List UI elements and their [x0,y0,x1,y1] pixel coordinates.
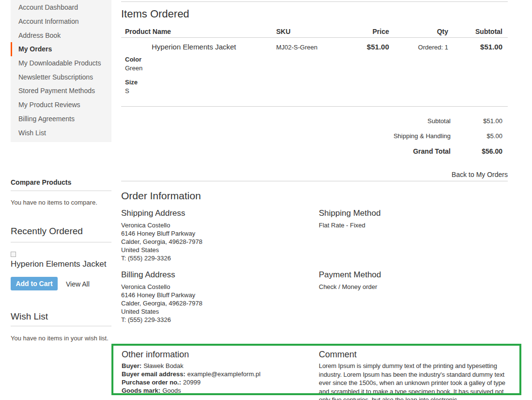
recently-ordered-checkbox[interactable] [11,252,16,257]
field-label: Buyer: [122,362,141,369]
column-header-subtotal: Subtotal [448,28,502,35]
field-purchase-order-no: Purchase order no.:20999 [122,378,261,386]
view-all-link[interactable]: View All [66,280,90,288]
address-line: Veronica Costello [121,283,203,291]
divider [11,191,111,191]
item-sku: MJ02-S-Green [276,43,344,51]
option-value-size: S [125,87,142,95]
compare-products-empty-text: You have no items to compare. [11,199,97,206]
column-header-price: Price [344,28,389,35]
divider [121,181,508,181]
items-ordered-title: Items Ordered [121,8,189,20]
divider [121,106,508,107]
shipping-method-title: Shipping Method [319,208,381,218]
sidebar-item-billing-agreements[interactable]: Billing Agreements [11,112,111,126]
billing-address-title: Billing Address [121,270,175,280]
buyer-email-link[interactable]: example@exampleform.pl [188,370,261,378]
field-label: Purchase order no.: [122,379,181,386]
totals-value: $56.00 [451,148,502,155]
item-qty: Ordered: 1 [389,43,448,51]
recently-ordered-product-link[interactable]: Hyperion Elements Jacket [11,259,106,269]
sidebar-item-account-information[interactable]: Account Information [11,15,111,29]
item-options: Color Green Size S [125,56,142,95]
compare-products-title: Compare Products [11,178,71,186]
shipping-address-block: Veronica Costello 6146 Honey Bluff Parkw… [121,221,203,262]
column-header-sku: SKU [276,28,344,35]
totals-value: $5.00 [451,133,502,140]
shipping-method-value: Flat Rate - Fixed [319,221,365,229]
item-product-name: Hyperion Elements Jacket [152,43,236,51]
order-information-title: Order Information [121,190,201,202]
sidebar-item-wish-list[interactable]: Wish List [11,126,111,140]
field-value: Goods [162,387,181,394]
items-table-header: Product Name SKU Price Qty Subtotal [121,25,508,38]
totals-value: $51.00 [451,118,502,125]
address-line: United States [121,307,203,316]
payment-method-value: Check / Money order [319,283,377,291]
sidebar-item-stored-payment-methods[interactable]: Stored Payment Methods [11,84,111,98]
field-value: Sławek Bodak [143,362,183,369]
totals-label: Shipping & Handling [393,133,451,140]
address-line: Calder, Georgia, 49628-7978 [121,238,203,246]
table-row: Hyperion Elements Jacket MJ02-S-Green $5… [121,43,508,51]
divider [121,1,508,2]
sidebar-item-my-product-reviews[interactable]: My Product Reviews [11,98,111,112]
payment-method-title: Payment Method [319,270,381,280]
other-information-fields: Buyer:Sławek Bodak Buyer email address:e… [122,362,261,395]
address-line: Veronica Costello [121,221,203,229]
item-price: $51.00 [344,43,389,51]
field-label: Goods mark: [122,387,160,394]
divider [11,326,111,326]
field-buyer: Buyer:Sławek Bodak [122,362,261,370]
wish-list-title: Wish List [11,311,48,322]
totals-row-grand-total: Grand Total $56.00 [121,148,502,155]
item-subtotal: $51.00 [448,43,502,51]
address-line: Calder, Georgia, 49628-7978 [121,299,203,307]
comment-text: Lorem Ipsum is simply dummy text of the … [319,362,516,400]
sidebar-item-newsletter-subscriptions[interactable]: Newsletter Subscriptions [11,70,111,84]
add-to-cart-button[interactable]: Add to Cart [11,277,58,290]
sidebar-item-my-orders[interactable]: My Orders [11,42,111,56]
field-label: Buyer email address: [122,370,186,378]
comment-title: Comment [319,350,357,360]
column-header-qty: Qty [389,28,448,35]
totals-label: Grand Total [413,148,451,155]
billing-address-block: Veronica Costello 6146 Honey Bluff Parkw… [121,283,203,324]
other-information-title: Other information [122,350,189,360]
divider [11,242,111,242]
totals-label: Subtotal [427,118,451,125]
address-line: T: (555) 229-3326 [121,316,203,324]
address-line: T: (555) 229-3326 [121,254,203,262]
option-label-color: Color [125,56,142,63]
option-value-color: Green [125,64,142,72]
sidebar-item-address-book[interactable]: Address Book [11,28,111,42]
account-navigation: Account Dashboard Account Information Ad… [11,0,111,142]
back-to-my-orders-link[interactable]: Back to My Orders [121,171,508,178]
address-line: 6146 Honey Bluff Parkway [121,291,203,299]
column-header-product-name: Product Name [121,28,276,35]
sidebar-item-my-downloadable-products[interactable]: My Downloadable Products [11,56,111,70]
recently-ordered-title: Recently Ordered [11,226,83,237]
shipping-address-title: Shipping Address [121,208,185,218]
wish-list-empty-text: You have no items in your wish list. [11,335,109,342]
address-line: United States [121,246,203,254]
order-totals: Subtotal $51.00 Shipping & Handling $5.0… [121,118,508,163]
field-buyer-email: Buyer email address:example@exampleform.… [122,370,261,378]
field-value: 20999 [183,379,201,386]
totals-row-shipping: Shipping & Handling $5.00 [121,133,502,140]
field-goods-mark: Goods mark:Goods [122,386,261,395]
option-label-size: Size [125,79,142,86]
totals-row-subtotal: Subtotal $51.00 [121,118,502,125]
sidebar-item-account-dashboard[interactable]: Account Dashboard [11,0,111,15]
address-line: 6146 Honey Bluff Parkway [121,229,203,238]
